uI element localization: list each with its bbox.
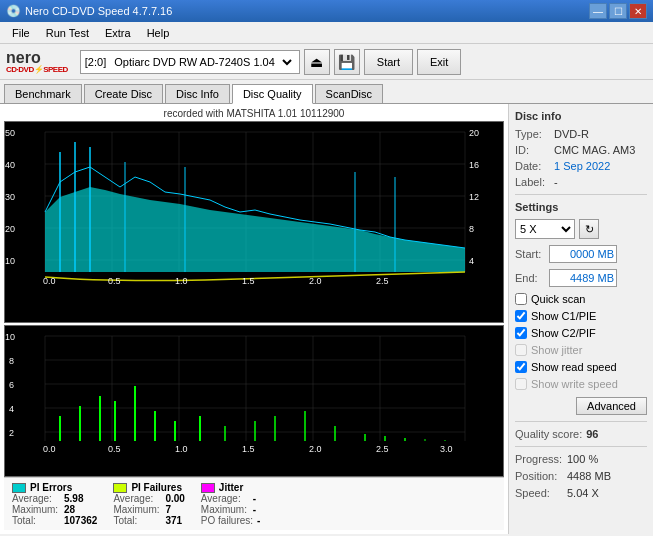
disc-type-row: Type: DVD-R	[515, 128, 647, 140]
svg-text:3.0: 3.0	[440, 444, 453, 454]
menu-help[interactable]: Help	[139, 25, 178, 41]
legend-pi-errors-header: PI Errors	[12, 482, 97, 493]
show-write-speed-checkbox[interactable]	[515, 378, 527, 390]
disc-id-value: CMC MAG. AM3	[554, 144, 635, 156]
disc-info-title: Disc info	[515, 110, 647, 122]
progress-row: Progress: 100 %	[515, 453, 647, 465]
tab-create-disc[interactable]: Create Disc	[84, 84, 163, 103]
svg-text:50: 50	[5, 128, 15, 138]
svg-text:4: 4	[469, 256, 474, 266]
show-jitter-label: Show jitter	[531, 344, 582, 356]
show-write-speed-label: Show write speed	[531, 378, 618, 390]
menu-bar: File Run Test Extra Help	[0, 22, 653, 44]
svg-text:20: 20	[5, 224, 15, 234]
chart-title: recorded with MATSHITA 1.01 10112900	[4, 108, 504, 119]
quality-score-row: Quality score: 96	[515, 428, 647, 440]
svg-text:12: 12	[469, 192, 479, 202]
svg-text:2.5: 2.5	[376, 276, 389, 286]
legend-pi-failures: PI Failures Average: 0.00 Maximum: 7 Tot…	[113, 482, 184, 526]
svg-text:10: 10	[5, 332, 15, 342]
minimize-button[interactable]: —	[589, 3, 607, 19]
show-read-speed-label: Show read speed	[531, 361, 617, 373]
drive-dropdown[interactable]: Optiarc DVD RW AD-7240S 1.04	[110, 55, 295, 69]
end-mb-input[interactable]	[549, 269, 617, 287]
show-jitter-checkbox[interactable]	[515, 344, 527, 356]
disc-id-row: ID: CMC MAG. AM3	[515, 144, 647, 156]
settings-title: Settings	[515, 201, 647, 213]
start-mb-input[interactable]	[549, 245, 617, 263]
show-read-speed-checkbox[interactable]	[515, 361, 527, 373]
jitter-max-row: Maximum: -	[201, 504, 261, 515]
pi-failures-color	[113, 483, 127, 493]
pi-errors-svg: 50 40 30 20 10 20 16 12 8 4 0.0 0.5 1.0 …	[5, 122, 485, 287]
show-c2-pif-label: Show C2/PIF	[531, 327, 596, 339]
show-c1-pie-row: Show C1/PIE	[515, 310, 647, 322]
speed-select[interactable]: 5 X	[515, 219, 575, 239]
svg-text:4: 4	[9, 404, 14, 414]
svg-rect-36	[5, 326, 485, 456]
eject-button[interactable]: ⏏	[304, 49, 330, 75]
pi-failures-max-row: Maximum: 7	[113, 504, 184, 515]
tab-scan-disc[interactable]: ScanDisc	[315, 84, 383, 103]
position-row: Position: 4488 MB	[515, 470, 647, 482]
tab-benchmark[interactable]: Benchmark	[4, 84, 82, 103]
svg-text:2.0: 2.0	[309, 444, 322, 454]
legend-pi-failures-header: PI Failures	[113, 482, 184, 493]
disc-date-row: Date: 1 Sep 2022	[515, 160, 647, 172]
exit-button[interactable]: Exit	[417, 49, 461, 75]
quality-score-value: 96	[586, 428, 598, 440]
drive-label: [2:0]	[85, 56, 106, 68]
show-read-speed-row: Show read speed	[515, 361, 647, 373]
tab-disc-quality[interactable]: Disc Quality	[232, 84, 313, 104]
maximize-button[interactable]: ☐	[609, 3, 627, 19]
divider-2	[515, 421, 647, 422]
svg-text:0.0: 0.0	[43, 276, 56, 286]
svg-text:6: 6	[9, 380, 14, 390]
svg-text:2.0: 2.0	[309, 276, 322, 286]
quick-scan-label: Quick scan	[531, 293, 585, 305]
cd-dvd-speed-brand: CD·DVD⚡SPEED	[6, 66, 68, 74]
divider-1	[515, 194, 647, 195]
svg-text:1.5: 1.5	[242, 276, 255, 286]
menu-run-test[interactable]: Run Test	[38, 25, 97, 41]
title-bar: 💿 Nero CD-DVD Speed 4.7.7.16 — ☐ ✕	[0, 0, 653, 22]
show-c1-pie-label: Show C1/PIE	[531, 310, 596, 322]
speed-value: 5.04 X	[567, 487, 599, 499]
svg-text:2.5: 2.5	[376, 444, 389, 454]
chart-area: recorded with MATSHITA 1.01 10112900	[0, 104, 508, 534]
end-mb-row: End:	[515, 269, 647, 287]
advanced-button[interactable]: Advanced	[576, 397, 647, 415]
quick-scan-checkbox[interactable]	[515, 293, 527, 305]
disc-type-value: DVD-R	[554, 128, 589, 140]
show-c1-pie-checkbox[interactable]	[515, 310, 527, 322]
pi-errors-max-row: Maximum: 28	[12, 504, 97, 515]
menu-extra[interactable]: Extra	[97, 25, 139, 41]
chart-legend: PI Errors Average: 5.98 Maximum: 28 Tota…	[4, 477, 504, 530]
svg-text:1.0: 1.0	[175, 276, 188, 286]
show-c2-pif-checkbox[interactable]	[515, 327, 527, 339]
app-icon: 💿	[6, 4, 21, 18]
legend-pi-errors: PI Errors Average: 5.98 Maximum: 28 Tota…	[12, 482, 97, 526]
pi-errors-color	[12, 483, 26, 493]
position-label: Position:	[515, 470, 563, 482]
pi-failures-svg: 10 8 6 4 2 0.0 0.5 1.0 1.5 2.0 2.5 3.0	[5, 326, 485, 456]
quick-scan-row: Quick scan	[515, 293, 647, 305]
title-bar-text: Nero CD-DVD Speed 4.7.7.16	[25, 5, 172, 17]
svg-text:1.0: 1.0	[175, 444, 188, 454]
toolbar: nero CD·DVD⚡SPEED [2:0] Optiarc DVD RW A…	[0, 44, 653, 80]
legend-jitter-header: Jitter	[201, 482, 261, 493]
save-button[interactable]: 💾	[334, 49, 360, 75]
menu-file[interactable]: File	[4, 25, 38, 41]
show-write-speed-row: Show write speed	[515, 378, 647, 390]
title-bar-controls: — ☐ ✕	[589, 3, 647, 19]
drive-selector[interactable]: [2:0] Optiarc DVD RW AD-7240S 1.04 docum…	[80, 50, 300, 74]
svg-text:8: 8	[469, 224, 474, 234]
close-button[interactable]: ✕	[629, 3, 647, 19]
progress-value: 100 %	[567, 453, 598, 465]
svg-text:2: 2	[9, 428, 14, 438]
start-button[interactable]: Start	[364, 49, 413, 75]
pi-failures-total-row: Total: 371	[113, 515, 184, 526]
refresh-button[interactable]: ↻	[579, 219, 599, 239]
tab-disc-info[interactable]: Disc Info	[165, 84, 230, 103]
speed-row: 5 X ↻	[515, 219, 647, 239]
